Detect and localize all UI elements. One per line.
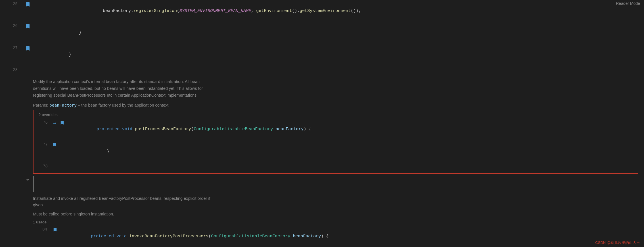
icon-empty-28 (23, 66, 33, 68)
editor-container: Reader Mode 25 beanFactory.registerSingl… (0, 0, 644, 247)
code-content-28 (33, 66, 644, 75)
table-row: 78 (34, 162, 638, 171)
line-number-76: 76 (34, 119, 51, 125)
bookmark-icon-27 (23, 44, 33, 51)
code-content-25: beanFactory.registerSingleton(SYSTEM_ENV… (33, 0, 644, 22)
code-cursor (33, 176, 644, 192)
table-row: 76 ⇒ protected void postProcessBeanFacto… (34, 119, 638, 140)
doc-comment-text-2: Instantiate and invoke all registered Be… (33, 195, 633, 209)
code-content-78 (66, 162, 638, 171)
doc-comment-block-2: Instantiate and invoke all registered Be… (0, 192, 644, 219)
bookmark-icon-26 (23, 22, 33, 29)
line-number-77: 77 (34, 140, 51, 147)
line-number-28: 28 (0, 66, 23, 72)
bookmark-icon-76 (58, 119, 66, 125)
code-content-77: } (66, 140, 638, 162)
bookmark-icon-25 (23, 0, 33, 7)
doc-comment-block-1: Modify the application context's interna… (0, 75, 644, 109)
usage-hint: 1 usage (33, 219, 638, 225)
line-number-25: 25 (0, 0, 23, 6)
arrow-icon-76: ⇒ (51, 119, 58, 126)
doc-comment-text-1: Modify the application context's interna… (33, 78, 633, 99)
content-area: 25 beanFactory.registerSingleton(SYSTEM_… (0, 0, 644, 247)
bookmark-icon-77 (51, 140, 58, 147)
pencil-icon: ✏ (23, 175, 33, 182)
table-row: 26 } (0, 22, 644, 44)
table-row: 77 } (34, 140, 638, 162)
table-row: 25 beanFactory.registerSingleton(SYSTEM_… (0, 0, 644, 22)
code-content-84: protected void invokeBeanFactoryPostProc… (60, 225, 638, 247)
bookmark-icon-84 (50, 225, 60, 232)
doc-params-1: Params: beanFactory – the bean factory u… (33, 101, 633, 107)
csdn-watermark: CSDN @幼儿园里的山大王 (595, 240, 640, 245)
code-content-76: protected void postProcessBeanFactory(Co… (66, 119, 638, 140)
usage-section: 1 usage 84 protected void invokeBeanFact… (0, 219, 644, 247)
table-row: 27 } (0, 44, 644, 66)
doc-comment-text-2b: Must be called before singleton instanti… (33, 211, 633, 218)
line-number-84: 84 (33, 225, 50, 232)
table-row: 28 (0, 66, 644, 75)
line-number-27: 27 (0, 44, 23, 50)
override-hint: 2 overrides (34, 112, 638, 119)
code-lines: 25 beanFactory.registerSingleton(SYSTEM_… (0, 0, 644, 247)
line-number-cursor (0, 175, 23, 177)
method-override-box: 2 overrides 76 ⇒ protected void postProc… (33, 110, 638, 174)
line-number-26: 26 (0, 22, 23, 28)
cursor-line-row: ✏ (0, 175, 644, 192)
table-row: 84 protected void invokeBeanFactoryPostP… (33, 225, 638, 247)
code-content-27: } (33, 44, 644, 66)
line-number-78: 78 (34, 162, 51, 169)
code-content-26: } (33, 22, 644, 44)
